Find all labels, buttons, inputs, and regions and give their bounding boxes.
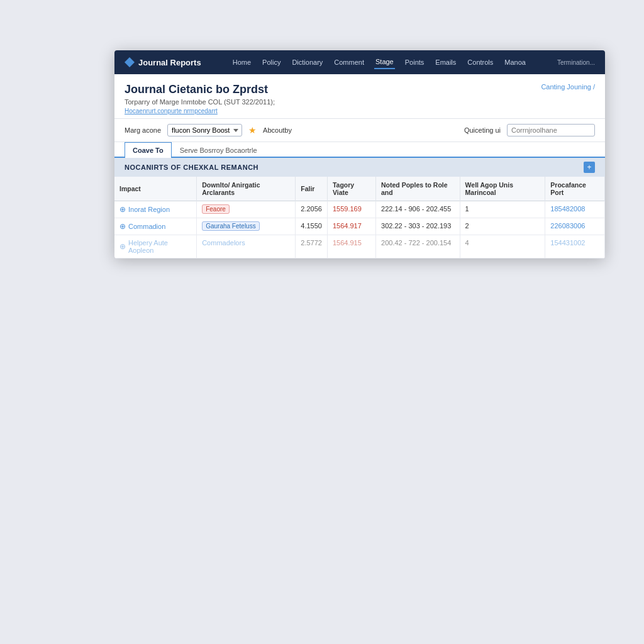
accounts-badge: Feaore — [202, 204, 230, 214]
page-action-link[interactable]: Canting Jouning / — [541, 83, 595, 91]
cell-noted: 302.22 - 303 - 202.193 — [376, 218, 460, 235]
app-logo: Journal Reports — [125, 57, 201, 67]
cell-procafance: 185482008 — [545, 201, 605, 218]
cell-well: 4 — [460, 235, 545, 258]
cell-noted: 222.14 - 906 - 202.455 — [376, 201, 460, 218]
table-row: ⊕Helpery Aute AopleonCommadelors2.577215… — [114, 235, 605, 258]
accounts-badge: Gauraha Feteluss — [202, 221, 260, 231]
col-noted: Noted Poples to Role and — [376, 177, 460, 201]
section-title: NOCANIRTS OF CHEXKAL REMANCH — [125, 164, 258, 171]
cell-impact: ⊕Helpery Aute Aopleon — [114, 235, 197, 258]
accounts-link[interactable]: Commadelors — [202, 239, 245, 247]
row-expand-icon[interactable]: ⊕ — [119, 205, 126, 214]
nav-emails[interactable]: Emails — [434, 56, 457, 69]
col-tagory: Tagory Viate — [327, 177, 375, 201]
cell-tagory: 1564.917 — [327, 218, 375, 235]
nav-home[interactable]: Home — [231, 56, 252, 69]
tab-coave[interactable]: Coave To — [125, 142, 172, 158]
page-header: Journal Cietanic bo Zprdst Torparry of M… — [114, 74, 605, 119]
tagory-value: 1564.917 — [333, 222, 362, 230]
cell-procafance: 226083006 — [545, 218, 605, 235]
logo-icon — [125, 57, 135, 67]
toolbar-label: Marg acone — [125, 126, 161, 134]
data-table: Impact Downlto/ Anirgatic Arclarants Fal… — [114, 177, 605, 258]
cell-accounts: Gauraha Feteluss — [197, 218, 296, 235]
tab-serve[interactable]: Serve Bosrroy Bocaortrle — [172, 142, 265, 158]
favorite-star-icon[interactable]: ★ — [248, 125, 257, 135]
toolbar-select[interactable]: flucon Sonry Boost — [167, 124, 242, 136]
search-label: Quiceting ui — [464, 126, 501, 134]
cell-procafance: 154431002 — [545, 235, 605, 258]
cell-well: 1 — [460, 201, 545, 218]
cell-noted: 200.42 - 722 - 200.154 — [376, 235, 460, 258]
col-impact: Impact — [114, 177, 197, 201]
row-expand-icon[interactable]: ⊕ — [119, 222, 126, 231]
tagory-value: 1564.915 — [333, 239, 362, 247]
nav-dictionary[interactable]: Dictionary — [291, 56, 324, 69]
col-falir: Falir — [296, 177, 328, 201]
col-procafance: Procafance Port — [545, 177, 605, 201]
cell-tagory: 1559.169 — [327, 201, 375, 218]
impact-link[interactable]: Commadion — [128, 223, 165, 230]
nav-manoa[interactable]: Manoa — [503, 56, 527, 69]
col-well: Well Agop Unis Marincoal — [460, 177, 545, 201]
favorite-label: Abcoutby — [263, 126, 292, 134]
cell-tagory: 1564.915 — [327, 235, 375, 258]
toolbar: Marg acone flucon Sonry Boost ★ Abcoutby… — [114, 119, 605, 142]
nav-points[interactable]: Points — [404, 56, 426, 69]
nav-policy[interactable]: Policy — [261, 56, 282, 69]
row-expand-icon[interactable]: ⊕ — [119, 242, 126, 251]
cell-accounts: Feaore — [197, 201, 296, 218]
impact-link[interactable]: Helpery Aute Aopleon — [128, 239, 191, 254]
nav-top-right: Termination... — [557, 59, 595, 66]
data-table-container: Impact Downlto/ Anirgatic Arclarants Fal… — [114, 177, 605, 258]
page-title: Journal Cietanic bo Zprdst — [125, 83, 275, 96]
col-accounts: Downlto/ Anirgatic Arclarants — [197, 177, 296, 201]
procafance-link[interactable]: 154431002 — [550, 239, 585, 247]
cell-falir: 2.5772 — [296, 235, 328, 258]
tabs-bar: Coave To Serve Bosrroy Bocaortrle — [114, 142, 605, 158]
app-title: Journal Reports — [138, 58, 201, 67]
procafance-link[interactable]: 185482008 — [550, 205, 585, 213]
procafance-link[interactable]: 226083006 — [550, 222, 585, 230]
table-row: ⊕Inorat RegionFeaore2.20561559.169222.14… — [114, 201, 605, 218]
nav-links: Home Policy Dictionary Comment Stage Poi… — [231, 55, 527, 69]
cell-well: 2 — [460, 218, 545, 235]
cell-impact: ⊕Inorat Region — [114, 201, 197, 218]
cell-falir: 4.1550 — [296, 218, 328, 235]
cell-impact: ⊕Commadion — [114, 218, 197, 235]
page-subtitle: Torparry of Marge Inmtobe COL (SUT 322/2… — [125, 98, 275, 106]
table-row: ⊕CommadionGauraha Feteluss4.15501564.917… — [114, 218, 605, 235]
section-expand-button[interactable]: + — [584, 162, 595, 173]
cell-falir: 2.2056 — [296, 201, 328, 218]
impact-link[interactable]: Inorat Region — [128, 206, 170, 213]
nav-bar: Journal Reports Home Policy Dictionary C… — [114, 50, 605, 74]
tagory-value: 1559.169 — [333, 205, 362, 213]
search-input[interactable] — [507, 124, 595, 136]
cell-accounts: Commadelors — [197, 235, 296, 258]
nav-comment[interactable]: Comment — [333, 56, 365, 69]
nav-stage[interactable]: Stage — [374, 55, 395, 69]
browser-window: Journal Reports Home Policy Dictionary C… — [114, 50, 605, 258]
section-header: NOCANIRTS OF CHEXKAL REMANCH + — [114, 158, 605, 177]
nav-controls[interactable]: Controls — [466, 56, 494, 69]
page-breadcrumb-link[interactable]: Hocaenrurt.conpurte nrmpcedarrt — [125, 108, 275, 114]
